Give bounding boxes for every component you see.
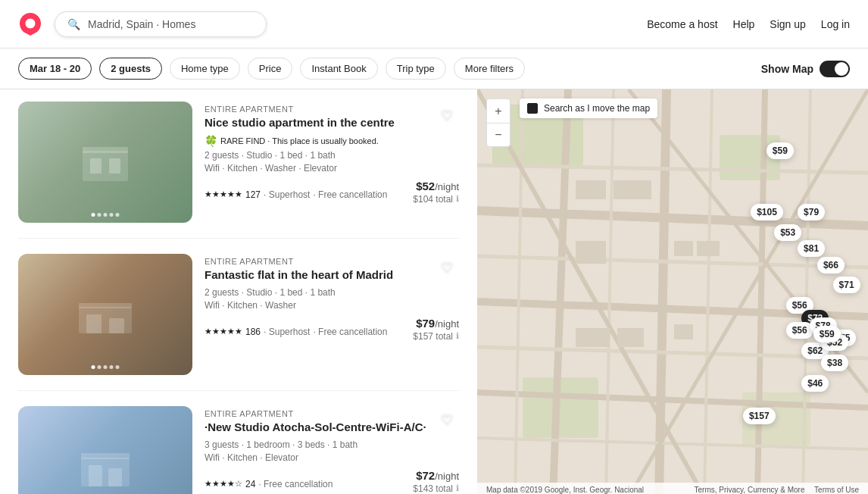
sign-up-link[interactable]: Sign up (770, 18, 805, 30)
filter-price[interactable]: Price (248, 58, 293, 80)
map-terms-privacy[interactable]: Terms, Privacy, Currency & More (695, 486, 805, 494)
listing-price-3: $72/night $143 total ℹ (413, 469, 459, 494)
svg-rect-43 (576, 328, 610, 347)
search-move-checkbox[interactable] (527, 103, 538, 114)
map-price-pin[interactable]: $38 (821, 355, 848, 371)
filter-dates[interactable]: Mar 18 - 20 (18, 58, 92, 80)
rare-find-text: RARE FIND · This place is usually booked… (220, 136, 379, 145)
dot (116, 213, 120, 217)
header: 🔍 Madrid, Spain · Homes Become a host He… (0, 0, 868, 48)
cancel-label-3: · Free cancellation (258, 479, 333, 489)
price-total-1: $104 total ℹ (413, 194, 459, 205)
listing-photo-1 (18, 102, 192, 223)
dot (110, 365, 114, 369)
price-slash-2: /night (435, 318, 459, 330)
listing-photo-3 (18, 406, 192, 494)
dot (104, 213, 108, 217)
favorite-button-1[interactable]: ♡ (441, 108, 453, 124)
main-content: ENTIRE APARTMENT Nice studio apartment i… (0, 89, 868, 494)
svg-rect-0 (83, 151, 128, 181)
listing-info-2: ENTIRE APARTMENT Fantastic flat in the h… (205, 254, 459, 375)
listing-title-1[interactable]: Nice studio apartment in the centre (205, 115, 459, 130)
map-attribution: Map data ©2019 Google, Inst. Geogr. Naci… (486, 486, 644, 494)
cancel-label-2: · Free cancellation (313, 327, 387, 337)
zoom-in-button[interactable]: + (486, 98, 510, 123)
info-icon-1[interactable]: ℹ (456, 194, 459, 204)
listing-rating-2: ★★★★★ 186 · Superhost · Free cancellatio… (205, 327, 413, 337)
svg-rect-5 (86, 314, 101, 333)
header-right: Become a host Help Sign up Log in (647, 18, 850, 30)
show-map-toggle[interactable]: Show Map (761, 61, 850, 77)
search-bar[interactable]: 🔍 Madrid, Spain · Homes (55, 11, 267, 37)
svg-rect-45 (674, 324, 693, 339)
favorite-button-3[interactable]: ♡ (441, 412, 453, 429)
zoom-out-button[interactable]: − (486, 123, 510, 147)
listing-type-1: ENTIRE APARTMENT (205, 105, 459, 114)
dot (92, 213, 95, 217)
info-icon-3[interactable]: ℹ (456, 483, 459, 493)
svg-rect-1 (90, 158, 101, 174)
listing-bottom-3: ★★★★☆ 24 · Free cancellation $72/night $… (205, 469, 459, 494)
listing-type-3: ENTIRE APARTMENT (205, 409, 459, 418)
favorite-button-2[interactable]: ♡ (441, 260, 453, 277)
dot (92, 365, 95, 369)
star-icon-1: ★★★★★ (205, 189, 242, 199)
filter-more-filters[interactable]: More filters (454, 58, 525, 80)
filter-trip-type[interactable]: Trip type (386, 58, 446, 80)
map-price-pin[interactable]: $79 (798, 204, 825, 220)
listing-image-2[interactable] (18, 254, 192, 375)
filter-guests[interactable]: 2 guests (99, 58, 162, 80)
total-value-3: $143 total (413, 483, 453, 494)
map-price-pin[interactable]: $71 (833, 277, 860, 293)
svg-rect-42 (697, 241, 720, 256)
map-footer: Map data ©2019 Google, Inst. Geogr. Naci… (477, 483, 868, 494)
svg-rect-6 (109, 318, 124, 333)
svg-rect-44 (617, 328, 644, 347)
map-price-pin[interactable]: $105 (751, 204, 783, 220)
become-host-link[interactable]: Become a host (647, 18, 717, 30)
log-in-link[interactable]: Log in (821, 18, 850, 30)
map-price-pin[interactable]: $53 (774, 224, 801, 241)
svg-rect-7 (79, 303, 132, 308)
price-per-night-3: $72/night (413, 469, 459, 482)
price-value-1: $52 (416, 180, 435, 192)
map-price-pin[interactable]: $59 (813, 326, 841, 342)
price-total-2: $157 total ℹ (413, 331, 459, 342)
search-as-move-toggle[interactable]: Search as I move the map (520, 98, 657, 118)
map-terms-of-use[interactable]: Terms of Use (814, 486, 859, 494)
listing-card: ENTIRE APARTMENT Nice studio apartment i… (18, 102, 459, 223)
filter-instant-book[interactable]: Instant Book (300, 58, 377, 80)
dot (104, 365, 108, 369)
map-price-pin[interactable]: $66 (817, 257, 845, 274)
svg-rect-2 (109, 158, 120, 174)
map-footer-right: Terms, Privacy, Currency & More Terms of… (695, 486, 859, 494)
dot (116, 365, 120, 369)
map-panel[interactable]: + − Search as I move the map $59$79$53$8… (477, 89, 868, 494)
airbnb-logo[interactable] (18, 12, 42, 36)
star-icon-2: ★★★★★ (205, 327, 242, 336)
listing-title-2[interactable]: Fantastic flat in the heart of Madrid (205, 267, 459, 283)
listing-info-1: ENTIRE APARTMENT Nice studio apartment i… (205, 102, 459, 223)
star-icon-3: ★★★★☆ (205, 479, 242, 489)
header-left: 🔍 Madrid, Spain · Homes (18, 11, 267, 37)
search-input-value: Madrid, Spain · Homes (88, 18, 195, 30)
map-price-pin[interactable]: $46 (801, 375, 829, 392)
svg-rect-39 (614, 180, 651, 199)
search-icon: 🔍 (67, 18, 80, 30)
listing-image-1[interactable] (18, 102, 192, 223)
map-price-pin[interactable]: $157 (743, 408, 776, 424)
info-icon-2[interactable]: ℹ (456, 331, 459, 341)
help-link[interactable]: Help (733, 18, 755, 30)
listing-image-3[interactable] (18, 406, 192, 494)
listing-info-3: ENTIRE APARTMENT ·New Studio Atocha-Sol-… (205, 406, 459, 494)
review-count-3: 24 (245, 479, 255, 489)
filter-home-type[interactable]: Home type (170, 58, 240, 80)
listing-rating-3: ★★★★☆ 24 · Free cancellation (205, 479, 413, 489)
map-price-pin[interactable]: $59 (767, 142, 794, 159)
map-toggle-switch[interactable] (820, 61, 850, 77)
svg-rect-9 (89, 465, 102, 486)
map-price-pin[interactable]: $81 (798, 240, 825, 257)
listing-photo-2 (18, 254, 192, 375)
listing-title-3[interactable]: ·New Studio Atocha-Sol-Centre-WiFi-A/C· (205, 420, 459, 435)
rare-find-badge-1: 🍀 RARE FIND · This place is usually book… (205, 135, 459, 147)
